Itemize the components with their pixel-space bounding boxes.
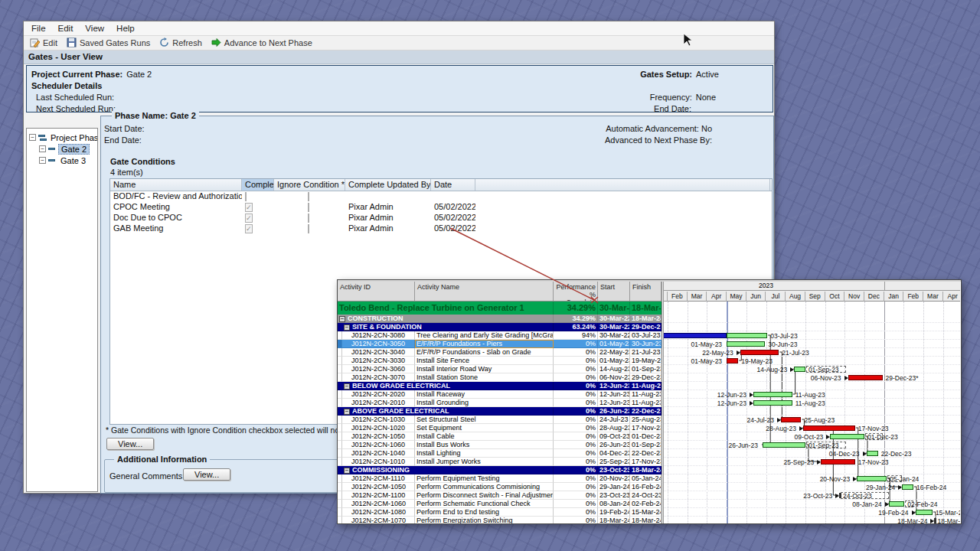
gantt-bar-green[interactable]: [727, 333, 767, 338]
tree-node-gate-3[interactable]: −Gate 3: [27, 155, 97, 166]
gantt-bar-green[interactable]: [727, 341, 765, 347]
collapse-icon[interactable]: −: [344, 324, 350, 331]
gantt-table-row[interactable]: J012N-2CN-1050Install Cable0%09-Oct-2301…: [338, 432, 662, 441]
tree-node-gate-2[interactable]: −Gate 2: [27, 143, 97, 155]
column-header-Name[interactable]: Name: [110, 179, 242, 191]
toolbar-button-refresh[interactable]: Refresh: [156, 37, 208, 50]
gantt-bar-green[interactable]: [916, 510, 933, 515]
gantt-bar-red[interactable]: [821, 459, 855, 465]
gantt-table-row[interactable]: −SITE & FOUNDATION63.24%30-Mar-22 A29-De…: [338, 323, 662, 331]
gantt-table-row[interactable]: J012N-2CN-3040E/F/R/P Foundations - Slab…: [338, 348, 662, 357]
menu-item-view[interactable]: View: [80, 22, 112, 34]
collapse-icon[interactable]: −: [344, 383, 350, 390]
gantt-table-row[interactable]: −ABOVE GRADE ELECTRICAL0%26-Jun-2322-Dec…: [338, 407, 662, 416]
tree-node-project-phases[interactable]: −Project Phases: [27, 132, 97, 143]
gantt-table-row[interactable]: −CONSTRUCTION34.29%30-Mar-22 A18-Mar-24: [338, 315, 662, 323]
gantt-bar-tick[interactable]: [839, 493, 841, 498]
gantt-bar-red[interactable]: [740, 350, 779, 355]
expander-icon[interactable]: −: [39, 145, 46, 152]
ignore-condition-checkbox[interactable]: [308, 192, 309, 201]
gantt-table-row[interactable]: −BELOW GRADE ELECTRICAL0%12-Jun-2311-Aug…: [338, 382, 662, 390]
gantt-table-row[interactable]: J012N-2CM-1050Perform Communications Com…: [338, 483, 662, 491]
toolbar-button-edit[interactable]: Edit: [27, 37, 64, 50]
gantt-table-row[interactable]: J012N-2CN-1020Set Equipment0%28-Aug-2317…: [338, 424, 662, 432]
gantt-table-row[interactable]: J012N-2CN-1030Set Structural Steel0%24-J…: [338, 416, 662, 424]
gantt-table-row[interactable]: J012N-2CN-3030Install Site Fence0%01-May…: [338, 357, 662, 365]
gantt-bar-green[interactable]: [794, 367, 805, 372]
bar-finish-label: 22-Dec-23: [881, 450, 912, 458]
column-header-finish[interactable]: Finish: [630, 282, 662, 301]
gantt-table-row[interactable]: J012N-2CN-3060Install Interior Road Way0…: [338, 365, 662, 373]
menu-item-edit[interactable]: Edit: [54, 22, 81, 34]
gantt-bar-green[interactable]: [753, 392, 792, 397]
activity-id: J012N-2CN-3070: [342, 373, 415, 382]
gantt-bar-green[interactable]: [867, 451, 878, 456]
chart-row: 20-Nov-2305-Jan-24: [664, 474, 960, 483]
ignore-condition-checkbox[interactable]: [308, 224, 309, 233]
gantt-table-row[interactable]: J012N-2CN-1040Install Lighting0%04-Dec-2…: [338, 449, 662, 458]
table-row[interactable]: Doc Due to CPOC✓Pixar Admin05/02/2022 0: [110, 213, 772, 223]
expander-icon[interactable]: −: [29, 134, 36, 141]
table-row[interactable]: GAB Meeting✓Pixar Admin05/02/2022 0: [110, 223, 772, 234]
collapse-icon[interactable]: −: [339, 316, 345, 322]
gantt-bar-red[interactable]: [781, 417, 802, 422]
gantt-bar-blue[interactable]: [664, 333, 727, 338]
gantt-table-row[interactable]: J012N-2CN-3050E/F/R/P Foundations - Pier…: [338, 340, 662, 348]
gantt-bar-green[interactable]: [857, 476, 887, 481]
gantt-bar-green[interactable]: [753, 400, 792, 406]
gantt-bar-green[interactable]: [830, 434, 864, 439]
toolbar-button-saved-gates-runs[interactable]: Saved Gates Runs: [64, 37, 156, 50]
gantt-bar-green[interactable]: [902, 484, 913, 490]
activity-start: 30-Mar-22 A: [598, 323, 630, 331]
gantt-bar-red[interactable]: [727, 358, 738, 364]
gantt-bar-tick[interactable]: [934, 518, 936, 523]
gantt-bar-green[interactable]: [889, 501, 905, 507]
gantt-table-row[interactable]: J012N-2CN-1060Install Bus Works0%26-Jun-…: [338, 441, 662, 449]
gantt-bar-red[interactable]: [848, 375, 883, 380]
collapse-icon[interactable]: −: [344, 409, 350, 415]
ignore-condition-checkbox[interactable]: [308, 203, 309, 212]
gantt-table-row[interactable]: J012N-2CN-3070Install Station Stone0%06-…: [338, 373, 662, 382]
conditions-view-button[interactable]: View...: [106, 438, 154, 450]
activity-finish: 01-Sep-23: [630, 365, 662, 373]
gantt-bar-green[interactable]: [763, 442, 805, 448]
ignore-condition-checkbox[interactable]: [308, 214, 309, 223]
activity-start: 08-Jan-24: [598, 500, 630, 508]
column-header-activity-id[interactable]: Activity ID: [338, 282, 415, 301]
complete-checkbox[interactable]: ✓: [245, 203, 253, 212]
comments-view-button[interactable]: View...: [183, 468, 230, 481]
gantt-table-row[interactable]: J012N-2CN-2010Install Grounding0%12-Jun-…: [338, 399, 662, 407]
project-summary-row[interactable]: Toledo Bend - Replace Turbine on Generat…: [338, 302, 662, 315]
column-header-activity-name[interactable]: Activity Name: [415, 282, 554, 301]
gantt-table-row[interactable]: J012N-2CM-1110Perform Equipment Testing0…: [338, 474, 662, 483]
gantt-table-row[interactable]: J012N-2CN-1010Install Jumper Works0%25-S…: [338, 458, 662, 466]
gantt-table-row[interactable]: J012N-2CM-1080Perform End to End testing…: [338, 508, 662, 517]
column-header-Ignore Condition *[interactable]: Ignore Condition *: [274, 179, 345, 191]
complete-checkbox[interactable]: ✓: [245, 214, 253, 223]
column-header-performance[interactable]: Performance %Complete: [554, 282, 598, 301]
toolbar-button-advance-to-next-phase[interactable]: Advance to Next Phase: [208, 37, 318, 50]
column-header-start[interactable]: Start: [598, 282, 630, 301]
gantt-table-row[interactable]: J012N-2CN-2020Install Raceway0%12-Jun-23…: [338, 390, 662, 399]
gantt-table-row[interactable]: −COMMISSIONING0%23-Oct-2318-Mar-24: [338, 466, 662, 474]
gantt-table-row[interactable]: J012N-2CN-3080Tree Clearing and Early Si…: [338, 331, 662, 340]
bar-finish-label: 25-Aug-23: [804, 416, 835, 424]
menu-item-file[interactable]: File: [27, 22, 54, 34]
column-header-Date[interactable]: Date: [431, 179, 475, 191]
gantt-bar-red[interactable]: [803, 425, 855, 431]
gantt-table-row[interactable]: J012N-2CM-1070Perform Energization Switc…: [338, 517, 662, 523]
table-row[interactable]: CPOC Meeting✓Pixar Admin05/02/2022 0: [110, 202, 772, 213]
expander-icon[interactable]: −: [39, 157, 46, 164]
column-header-Complete[interactable]: Complete: [242, 179, 274, 191]
table-row[interactable]: BOD/FC - Review and Authorization: [110, 191, 772, 202]
bar-start-label: 12-Jun-23: [717, 391, 746, 399]
collapse-icon[interactable]: −: [344, 468, 350, 474]
complete-checkbox[interactable]: ✓: [245, 224, 253, 233]
activity-pct: 0%: [554, 416, 598, 424]
menu-item-help[interactable]: Help: [112, 22, 142, 34]
gantt-table-row[interactable]: J012N-2CM-1100Perform Disconnect Switch …: [338, 491, 662, 500]
complete-checkbox[interactable]: [245, 192, 247, 201]
column-header-Complete Updated By[interactable]: Complete Updated By: [345, 179, 431, 191]
gantt-table-row[interactable]: J012N-2CM-1060Perform Schematic Function…: [338, 500, 662, 508]
gate-conditions-footnote: * Gate Conditions with Ignore Condition …: [106, 425, 367, 435]
